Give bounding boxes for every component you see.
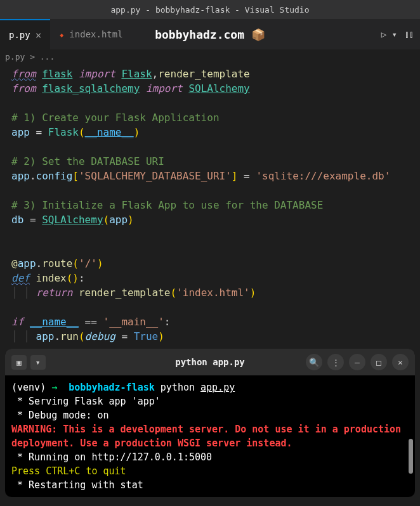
run-icon[interactable]: ▷ ▾	[381, 29, 397, 39]
close-icon[interactable]: ×	[392, 354, 409, 370]
close-icon[interactable]: ×	[36, 29, 42, 41]
terminal-body[interactable]: (venv) → bobbyhadz-flask python app.py *…	[5, 375, 415, 497]
code-line: if __name__ == '__main__':	[11, 315, 409, 329]
terminal-line: * Restarting with stat	[11, 478, 409, 492]
tab-index-html[interactable]: ⬥ index.html	[50, 19, 131, 49]
code-line: @app.route('/')	[11, 256, 409, 271]
html-icon: ⬥	[59, 29, 64, 39]
code-line: │ │ return render_template('index.html')	[11, 285, 409, 300]
terminal-title: python app.py	[175, 357, 245, 367]
code-line: # 3) Initialize a Flask App to use for t…	[11, 198, 409, 212]
code-line: db = SQLAlchemy(app)	[11, 212, 409, 227]
menu-icon[interactable]: ⋮	[327, 354, 344, 370]
code-line: │ │ app.run(debug = True)	[11, 329, 409, 344]
terminal-dropdown-button[interactable]: ▾	[30, 355, 46, 370]
split-icon[interactable]: ⫿⫿	[405, 29, 414, 39]
tabs-bar: p.py × ⬥ index.html bobbyhadz.com 📦 ▷ ▾ …	[0, 19, 420, 49]
scrollbar[interactable]	[409, 439, 413, 474]
terminal-warning: WARNING: This is a development server. D…	[11, 422, 409, 450]
code-editor[interactable]: from flask import Flask,render_template …	[0, 64, 420, 346]
terminal-line: (venv) → bobbyhadz-flask python app.py	[11, 380, 409, 394]
run-controls: ▷ ▾ ⫿⫿	[381, 29, 414, 39]
code-line: from flask_sqlalchemy import SQLAlchemy	[11, 81, 409, 96]
minimize-icon[interactable]: —	[349, 354, 365, 370]
code-line: app = Flask(__name__)	[11, 125, 409, 139]
terminal-line: * Debug mode: on	[11, 408, 409, 422]
code-line: from flask import Flask,render_template	[11, 67, 409, 81]
watermark: bobbyhadz.com 📦	[155, 28, 265, 41]
maximize-icon[interactable]: □	[371, 354, 387, 370]
tab-label: index.html	[69, 29, 122, 39]
terminal-line: * Running on http://127.0.0.1:5000	[11, 450, 409, 464]
code-line: def index():	[11, 271, 409, 285]
breadcrumb[interactable]: p.py > ...	[0, 49, 420, 64]
window-title: app.py - bobbyhadz-flask - Visual Studio	[110, 5, 309, 15]
tab-app-py[interactable]: p.py ×	[0, 19, 50, 49]
code-line: app.config['SQLALCHEMY_DATABASE_URI'] = …	[11, 169, 409, 183]
search-icon[interactable]: 🔍	[306, 354, 322, 370]
window-title-bar: app.py - bobbyhadz-flask - Visual Studio	[0, 0, 420, 19]
terminal-header: ▣ ▾ python app.py 🔍 ⋮ — □ ×	[5, 349, 415, 375]
terminal-new-tab-button[interactable]: ▣	[11, 355, 27, 370]
terminal-line: * Serving Flask app 'app'	[11, 394, 409, 408]
code-line: # 2) Set the DATABASE URI	[11, 154, 409, 169]
tab-label: p.py	[9, 30, 30, 40]
code-line: # 1) Create your Flask Application	[11, 110, 409, 125]
terminal-panel: ▣ ▾ python app.py 🔍 ⋮ — □ × (venv) → bob…	[5, 349, 415, 497]
terminal-line: Press CTRL+C to quit	[11, 464, 409, 478]
